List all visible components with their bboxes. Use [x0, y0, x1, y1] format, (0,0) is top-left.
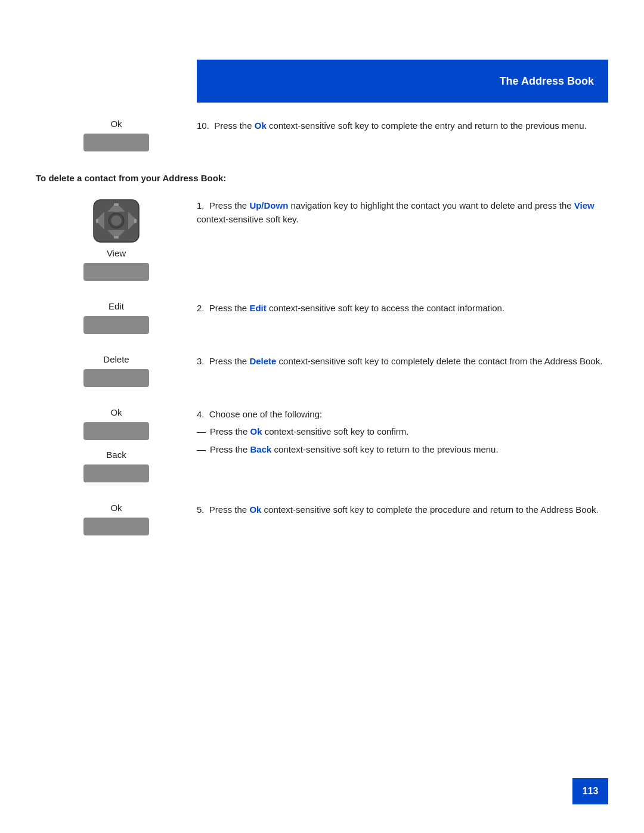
step-5-row: Ok 5. Press the Ok context-sensitive sof… — [36, 500, 608, 535]
step-1-icon-col: View — [36, 196, 197, 281]
back-button[interactable] — [83, 465, 149, 482]
step-1-num: 1. Press the — [197, 200, 249, 210]
step-1-view-label: View — [107, 248, 126, 258]
header-bar: The Address Book — [197, 60, 608, 103]
page-title: The Address Book — [500, 75, 594, 88]
step-3-delete-link: Delete — [249, 356, 276, 366]
svg-rect-8 — [114, 236, 119, 239]
step-4-num: 4. Choose one of the following: — [197, 409, 322, 419]
step-5-ok-link: Ok — [249, 504, 261, 515]
step-4-row: Ok Back 4. Choose one of the following: … — [36, 405, 608, 482]
nav-key-icon — [92, 199, 140, 243]
step-1-updown-link: Up/Down — [249, 200, 288, 210]
svg-rect-9 — [96, 219, 98, 223]
svg-rect-7 — [114, 203, 119, 206]
view-button[interactable] — [83, 263, 149, 281]
content-area: Ok 10. Press the Ok context-sensitive so… — [36, 116, 608, 553]
ok-button-top[interactable] — [83, 134, 149, 151]
ok-button-step4[interactable] — [83, 422, 149, 440]
step-4-text: 4. Choose one of the following: — Press … — [197, 405, 608, 456]
step-4-icon-col: Ok Back — [36, 405, 197, 482]
svg-rect-10 — [134, 219, 137, 223]
step-2-num: 2. Press the — [197, 303, 249, 313]
step-4-sub1: — Press the Ok context-sensitive soft ke… — [197, 425, 608, 438]
step-1-row: View 1. Press the Up/Down navigation key… — [36, 196, 608, 281]
step-2-icon-col: Edit — [36, 299, 197, 334]
step-2-edit-label: Edit — [109, 301, 124, 311]
step-4-ok-link: Ok — [250, 426, 262, 436]
step-3-num: 3. Press the — [197, 356, 249, 366]
step-10-ok-link: Ok — [255, 120, 267, 131]
step-5-text: 5. Press the Ok context-sensitive soft k… — [197, 500, 608, 516]
step-2-text: 2. Press the Edit context-sensitive soft… — [197, 299, 608, 315]
step-10-num: 10. Press the — [197, 120, 255, 131]
step-3-icon-col: Delete — [36, 352, 197, 387]
step-3-text: 3. Press the Delete context-sensitive so… — [197, 352, 608, 368]
page-number: 113 — [572, 778, 608, 804]
step-5-ok-label: Ok — [110, 503, 122, 513]
step-4-back-label: Back — [106, 450, 126, 460]
step-10-icon-col: Ok — [36, 116, 197, 151]
step-1-text: 1. Press the Up/Down navigation key to h… — [197, 196, 608, 227]
step-2-row: Edit 2. Press the Edit context-sensitive… — [36, 299, 608, 334]
section-heading: To delete a contact from your Address Bo… — [36, 173, 608, 183]
step-10-text: 10. Press the Ok context-sensitive soft … — [197, 116, 608, 132]
svg-point-6 — [111, 215, 122, 226]
step-10-row: Ok 10. Press the Ok context-sensitive so… — [36, 116, 608, 151]
step-1-view-link: View — [574, 200, 595, 210]
page: The Address Book Ok 10. Press the Ok con… — [0, 0, 644, 833]
edit-button[interactable] — [83, 316, 149, 334]
step-10-label: Ok — [110, 119, 122, 129]
step-4-sub2: — Press the Back context-sensitive soft … — [197, 442, 608, 456]
step-5-num: 5. Press the — [197, 504, 249, 515]
step-3-row: Delete 3. Press the Delete context-sensi… — [36, 352, 608, 387]
step-5-icon-col: Ok — [36, 500, 197, 535]
step-4-ok-label: Ok — [110, 407, 122, 417]
step-3-delete-label: Delete — [103, 354, 129, 364]
step-2-edit-link: Edit — [249, 303, 266, 313]
ok-button-step5[interactable] — [83, 518, 149, 535]
step-4-back-link: Back — [250, 444, 272, 454]
delete-button[interactable] — [83, 369, 149, 387]
